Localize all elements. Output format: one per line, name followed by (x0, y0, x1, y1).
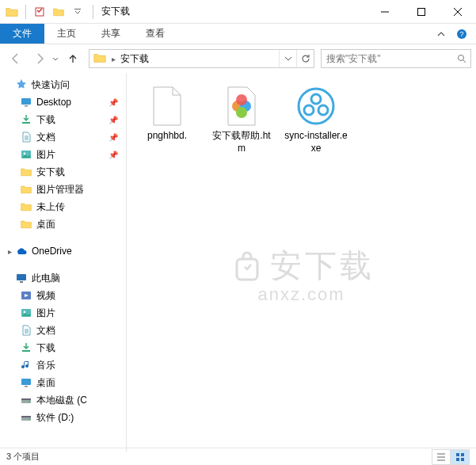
pin-icon: 📌 (109, 151, 118, 159)
sidebar-item[interactable]: 图片 (0, 304, 126, 322)
sidebar-item[interactable]: 桌面 (0, 374, 126, 391)
chevron-right-icon[interactable]: ▸ (5, 247, 14, 256)
breadcrumb[interactable]: 安下载 (117, 50, 152, 67)
tree-label: 软件 (D:) (36, 411, 74, 425)
search-placeholder: 搜索"安下载" (322, 52, 453, 66)
file-list-pane[interactable]: pnghhbd.安下载帮助.htmsync-installer.exe 安下载 … (127, 73, 476, 452)
item-icon (19, 358, 33, 372)
tree-label: 文档 (36, 131, 55, 144)
file-name: 安下载帮助.htm (209, 130, 274, 154)
pin-icon: 📌 (109, 133, 118, 142)
file-item[interactable]: pnghhbd. (131, 81, 203, 158)
tree-label: OneDrive (32, 246, 72, 257)
sidebar-item[interactable]: 文档 (0, 322, 126, 339)
sidebar-item[interactable]: 音乐 (0, 356, 126, 374)
navigation-bar: ▸ 安下载 搜索"安下载" (0, 44, 476, 73)
ribbon-tab-share[interactable]: 共享 (89, 24, 133, 44)
search-icon[interactable] (453, 54, 470, 63)
svg-rect-36 (461, 458, 464, 461)
item-icon (19, 112, 33, 127)
file-icon (147, 84, 188, 128)
sidebar-item[interactable]: 安下载 (0, 163, 126, 181)
svg-point-10 (24, 153, 26, 155)
quick-access-node[interactable]: 快速访问 (0, 76, 126, 93)
address-dropdown-icon[interactable] (279, 50, 296, 67)
close-button[interactable] (440, 0, 476, 24)
sidebar-item[interactable]: 桌面 (0, 215, 126, 233)
address-bar[interactable]: ▸ 安下载 (89, 49, 314, 68)
window-title: 安下载 (101, 5, 130, 18)
sidebar-item[interactable]: 图片📌 (0, 146, 126, 163)
main-area: 快速访问 Desktop📌下载📌文档📌图片📌安下载图片管理器未上传桌面 ▸ On… (0, 73, 476, 452)
up-button[interactable] (63, 49, 82, 68)
tree-label: 文档 (36, 324, 55, 337)
details-view-button[interactable] (432, 449, 451, 465)
tree-label: 图片 (36, 148, 55, 162)
svg-rect-23 (21, 416, 31, 417)
maximize-button[interactable] (403, 0, 440, 24)
history-dropdown-icon[interactable] (52, 51, 60, 66)
this-pc-node[interactable]: 此电脑 (0, 269, 126, 287)
svg-rect-8 (22, 122, 30, 124)
svg-text:?: ? (459, 30, 463, 38)
watermark-icon (229, 247, 265, 284)
svg-point-27 (236, 107, 247, 118)
file-item[interactable]: sync-installer.exe (280, 81, 352, 158)
expand-ribbon-icon[interactable] (433, 26, 449, 42)
file-item[interactable]: 安下载帮助.htm (206, 81, 277, 158)
sidebar-item[interactable]: 软件 (D:) (0, 409, 126, 426)
watermark: 安下载 anxz.com (229, 244, 375, 305)
svg-point-5 (459, 55, 464, 61)
new-folder-icon[interactable] (50, 3, 67, 21)
tree-label: 本地磁盘 (C (36, 394, 87, 407)
sidebar-item[interactable]: 下载 (0, 339, 126, 356)
properties-icon[interactable] (31, 3, 48, 21)
sidebar-item[interactable]: 图片管理器 (0, 181, 126, 198)
chevron-right-icon[interactable]: ▸ (110, 55, 117, 63)
svg-point-15 (24, 311, 26, 314)
onedrive-node[interactable]: ▸ OneDrive (0, 242, 126, 260)
computer-icon (14, 271, 29, 285)
icons-view-button[interactable] (451, 449, 470, 465)
pin-icon: 📌 (109, 98, 118, 107)
help-icon[interactable]: ? (454, 26, 470, 42)
item-icon (19, 130, 33, 144)
item-icon (19, 200, 33, 214)
tree-label: 音乐 (36, 359, 55, 372)
sidebar-item[interactable]: 文档📌 (0, 128, 126, 146)
tree-label: Desktop (36, 97, 71, 108)
file-icon (295, 84, 337, 128)
sidebar-item[interactable]: 本地磁盘 (C (0, 391, 126, 409)
sidebar-item[interactable]: 未上传 (0, 198, 126, 215)
qat-dropdown-icon[interactable] (69, 3, 86, 21)
watermark-text-bottom: anxz.com (229, 284, 375, 305)
separator (25, 5, 26, 19)
sidebar-item[interactable]: Desktop📌 (0, 93, 126, 111)
forward-button[interactable] (29, 48, 51, 70)
svg-rect-34 (461, 453, 464, 456)
folder-icon (3, 3, 21, 21)
file-name: pnghhbd. (147, 130, 187, 143)
item-icon (19, 410, 33, 425)
ribbon-tab-home[interactable]: 主页 (44, 24, 89, 44)
sidebar-item[interactable]: 下载📌 (0, 111, 126, 128)
item-icon (19, 217, 33, 231)
back-button[interactable] (5, 48, 27, 70)
file-tab[interactable]: 文件 (0, 24, 44, 44)
svg-rect-12 (20, 281, 23, 283)
refresh-button[interactable] (296, 50, 314, 67)
navigation-pane[interactable]: 快速访问 Desktop📌下载📌文档📌图片📌安下载图片管理器未上传桌面 ▸ On… (0, 73, 127, 452)
svg-rect-7 (25, 105, 28, 107)
tree-label: 视频 (36, 289, 55, 303)
search-input[interactable]: 搜索"安下载" (321, 49, 471, 68)
item-icon (19, 323, 33, 337)
file-icon (221, 84, 262, 128)
item-icon (19, 288, 33, 303)
sidebar-item[interactable]: 视频 (0, 287, 126, 304)
item-icon (19, 341, 33, 355)
minimize-button[interactable] (367, 0, 403, 24)
item-icon (19, 182, 33, 196)
tree-label: 此电脑 (32, 272, 60, 285)
item-icon (19, 165, 33, 179)
ribbon-tab-view[interactable]: 查看 (133, 24, 177, 44)
